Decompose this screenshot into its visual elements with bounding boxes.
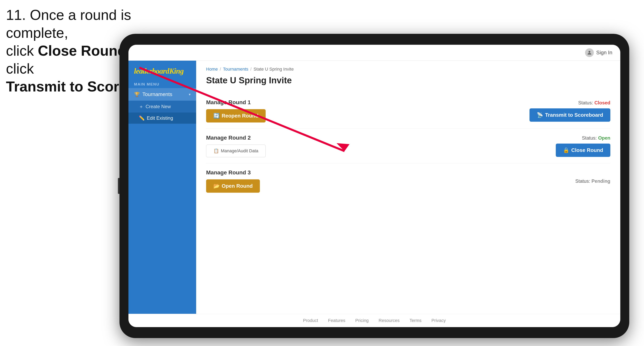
instruction-bold1: Close Round	[38, 43, 126, 59]
transmit-to-scoreboard-button[interactable]: 📡 Transmit to Scoreboard	[530, 108, 610, 122]
round-1-title: Manage Round 1	[206, 99, 266, 106]
footer-resources[interactable]: Resources	[378, 318, 400, 323]
breadcrumb: Home / Tournaments / State U Spring Invi…	[206, 67, 610, 72]
open-round-button[interactable]: 📂 Open Round	[206, 179, 260, 193]
tablet-device: Sign In leaderboardKing MAIN MENU 🏆 Tour…	[120, 34, 629, 338]
round-2-status-value: Open	[598, 135, 610, 141]
footer-pricing[interactable]: Pricing	[355, 318, 368, 323]
app-container: leaderboardKing MAIN MENU 🏆 Tournaments …	[128, 61, 620, 314]
round-2-status: Status: Open	[582, 135, 610, 141]
footer-terms[interactable]: Terms	[410, 318, 422, 323]
audit-icon: 📋	[214, 148, 219, 154]
round-3-right: Status: Pending	[575, 178, 610, 184]
instruction-line2: click	[6, 43, 38, 59]
sidebar-submenu: ＋ Create New ✏️ Edit Existing	[128, 101, 196, 124]
tablet-screen: Sign In leaderboardKing MAIN MENU 🏆 Tour…	[128, 45, 620, 327]
breadcrumb-sep1: /	[220, 67, 221, 72]
round-3-title: Manage Round 3	[206, 170, 260, 176]
round-2-right: Status: Open 🔒 Close Round	[556, 135, 610, 157]
reopen-round-button[interactable]: 🔄 Reopen Round	[206, 109, 266, 123]
open-icon: 📂	[213, 183, 220, 189]
create-new-label: Create New	[146, 104, 171, 109]
close-round-label: Close Round	[571, 147, 603, 153]
sidebar: leaderboardKing MAIN MENU 🏆 Tournaments …	[128, 61, 196, 314]
sidebar-subitem-edit-existing[interactable]: ✏️ Edit Existing	[128, 113, 196, 124]
sidebar-subitem-create-new[interactable]: ＋ Create New	[128, 101, 196, 113]
round-1-status-value: Closed	[594, 100, 610, 105]
round-2-title: Manage Round 2	[206, 135, 266, 141]
transmit-label: Transmit to Scoreboard	[545, 112, 603, 118]
round-2-left: Manage Round 2 📋 Manage/Audit Data	[206, 135, 266, 157]
trophy-icon: 🏆	[134, 92, 140, 97]
round-2-section: Manage Round 2 📋 Manage/Audit Data Statu…	[206, 129, 610, 164]
round-3-section: Manage Round 3 📂 Open Round Status: Pend…	[206, 164, 610, 199]
footer-privacy[interactable]: Privacy	[431, 318, 446, 323]
edit-icon: ✏️	[139, 115, 145, 121]
footer-features[interactable]: Features	[328, 318, 345, 323]
logo-area: leaderboardKing	[128, 61, 196, 79]
chevron-down-icon: ▾	[189, 92, 190, 97]
round-1-status: Status: Closed	[578, 100, 610, 106]
footer-product[interactable]: Product	[303, 318, 318, 323]
sign-in-area[interactable]: Sign In	[585, 48, 612, 57]
footer: Product Features Pricing Resources Terms…	[128, 314, 620, 327]
round-1-right: Status: Closed 📡 Transmit to Scoreboard	[530, 100, 610, 122]
sidebar-item-tournaments[interactable]: 🏆 Tournaments ▾	[128, 88, 196, 101]
logo-text-styled: King	[169, 67, 184, 75]
breadcrumb-sep2: /	[250, 67, 252, 72]
top-bar: Sign In	[128, 45, 620, 61]
reopen-round-label: Reopen Round	[222, 113, 258, 119]
open-round-label: Open Round	[222, 183, 253, 189]
plus-icon: ＋	[139, 103, 144, 110]
round-1-left: Manage Round 1 🔄 Reopen Round	[206, 99, 266, 123]
breadcrumb-home[interactable]: Home	[206, 67, 218, 72]
close-round-button[interactable]: 🔒 Close Round	[556, 144, 610, 157]
manage-audit-label: Manage/Audit Data	[221, 148, 258, 154]
round-3-status-value: Pending	[592, 178, 610, 184]
breadcrumb-current: State U Spring Invite	[254, 67, 294, 72]
sign-in-label: Sign In	[596, 49, 612, 56]
manage-audit-button[interactable]: 📋 Manage/Audit Data	[206, 145, 266, 157]
breadcrumb-tournaments[interactable]: Tournaments	[223, 67, 248, 72]
page-title: State U Spring Invite	[206, 75, 610, 85]
sidebar-tournaments-label: Tournaments	[142, 91, 186, 97]
round-3-status: Status: Pending	[575, 178, 610, 184]
round-3-left: Manage Round 3 📂 Open Round	[206, 170, 260, 193]
avatar-icon	[585, 48, 594, 57]
main-menu-label: MAIN MENU	[128, 79, 196, 88]
logo-text-regular: leaderboard	[134, 67, 169, 75]
instruction-line1: 11. Once a round is complete,	[6, 7, 131, 41]
tablet-side-button	[118, 178, 120, 194]
lock-icon: 🔒	[563, 147, 569, 153]
transmit-icon: 📡	[537, 112, 543, 118]
edit-existing-label: Edit Existing	[147, 115, 173, 121]
round-1-section: Manage Round 1 🔄 Reopen Round Status: Cl…	[206, 93, 610, 129]
reopen-icon: 🔄	[213, 113, 220, 119]
main-content: Home / Tournaments / State U Spring Invi…	[196, 61, 620, 314]
logo: leaderboardKing	[134, 67, 190, 75]
svg-point-2	[588, 51, 590, 52]
